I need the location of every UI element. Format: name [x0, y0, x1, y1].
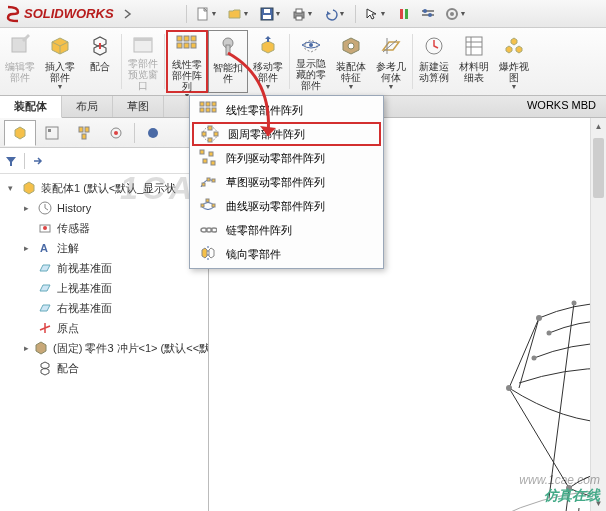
- tab-sketch[interactable]: 草图: [113, 96, 164, 117]
- feature-tree-tab[interactable]: [4, 120, 36, 146]
- expand-icon[interactable]: ▸: [24, 203, 33, 213]
- svg-point-14: [450, 12, 454, 16]
- svg-rect-73: [200, 150, 204, 154]
- watermark-url: www.1cae.com: [519, 473, 600, 487]
- mate-button[interactable]: 配合: [80, 30, 120, 93]
- svg-rect-7: [400, 9, 403, 19]
- tree-item-history[interactable]: ▸History: [2, 198, 206, 218]
- mirror-icon: [198, 244, 218, 264]
- label: 编辑零 部件: [5, 61, 35, 83]
- svg-rect-62: [200, 102, 204, 106]
- svg-rect-3: [264, 9, 270, 13]
- svg-rect-33: [46, 127, 58, 139]
- arrow-icon[interactable]: [31, 154, 45, 168]
- scroll-up-arrow[interactable]: ▲: [591, 118, 606, 134]
- dd-mirror[interactable]: 镜向零部件: [192, 242, 381, 266]
- svg-point-48: [506, 385, 512, 391]
- open-button[interactable]: ▼: [225, 4, 253, 24]
- undo-button[interactable]: ▼: [321, 4, 349, 24]
- label: 线性零部件阵列: [226, 103, 303, 118]
- label: 装配体1 (默认<默认_显示状: [41, 181, 176, 196]
- svg-rect-69: [208, 126, 212, 130]
- rebuild-button[interactable]: [394, 4, 414, 24]
- move-part-button[interactable]: 移动零 部件▼: [248, 30, 288, 93]
- property-tab[interactable]: [36, 120, 68, 146]
- svg-rect-82: [212, 204, 215, 207]
- watermark-brand: 仿真在线: [544, 487, 600, 505]
- dd-curve-pattern[interactable]: 曲线驱动零部件阵列: [192, 194, 381, 218]
- tree-item-sensor[interactable]: 传感器: [2, 218, 206, 238]
- options-button[interactable]: [418, 4, 438, 24]
- plane-icon: [37, 300, 53, 316]
- svg-rect-25: [226, 45, 230, 55]
- config-tab[interactable]: [68, 120, 100, 146]
- expand-icon[interactable]: ▸: [24, 243, 33, 253]
- dd-sketch-pattern[interactable]: 草图驱动零部件阵列: [192, 170, 381, 194]
- tree-item-top-plane[interactable]: 上视基准面: [2, 278, 206, 298]
- edit-part-button[interactable]: 编辑零 部件: [0, 30, 40, 93]
- settings-button[interactable]: ▼: [442, 4, 470, 24]
- preview-window-button[interactable]: 零部件 预览窗 口: [123, 30, 163, 93]
- filter-icon[interactable]: [4, 154, 18, 168]
- tree-item-right-plane[interactable]: 右视基准面: [2, 298, 206, 318]
- save-button[interactable]: ▼: [257, 4, 285, 24]
- tab-mbd[interactable]: WORKS MBD: [517, 96, 606, 117]
- label: 参考几 何体: [376, 61, 406, 83]
- separator: [121, 34, 122, 89]
- dd-chain-pattern[interactable]: 链零部件阵列: [192, 218, 381, 242]
- tree-item-part[interactable]: ▸(固定) 零件3 冲片<1> (默认<<默: [2, 338, 206, 358]
- tree-item-annotations[interactable]: ▸A注解: [2, 238, 206, 258]
- separator: [355, 5, 356, 23]
- label: 装配体 特征: [336, 61, 366, 83]
- linear-pattern-button[interactable]: 线性零 部件阵 列▼: [166, 30, 208, 93]
- svg-rect-29: [466, 37, 482, 55]
- ref-geometry-button[interactable]: 参考几 何体▼: [371, 30, 411, 93]
- tree-item-origin[interactable]: 原点: [2, 318, 206, 338]
- chevron-right-icon[interactable]: [122, 8, 134, 20]
- tab-assembly[interactable]: 装配体: [0, 96, 62, 118]
- scroll-thumb[interactable]: [593, 138, 604, 198]
- print-button[interactable]: ▼: [289, 4, 317, 24]
- smart-fastener-button[interactable]: 智能扣 件: [208, 30, 248, 93]
- svg-rect-77: [202, 183, 205, 186]
- label: 新建运 动算例: [419, 61, 449, 83]
- dd-table-pattern[interactable]: 阵列驱动零部件阵列: [192, 146, 381, 170]
- tree-item-mates[interactable]: 配合: [2, 358, 206, 378]
- svg-rect-81: [206, 199, 209, 202]
- circular-pattern-icon: [200, 124, 220, 144]
- plane-icon: [37, 280, 53, 296]
- svg-rect-22: [184, 43, 189, 48]
- tree-root[interactable]: ▾ 装配体1 (默认<默认_显示状: [2, 178, 206, 198]
- tree-item-front-plane[interactable]: 前视基准面: [2, 258, 206, 278]
- exploded-view-button[interactable]: 爆炸视 图▼: [494, 30, 534, 93]
- label: 移动零 部件: [253, 61, 283, 83]
- svg-rect-21: [177, 43, 182, 48]
- label: 插入零 部件: [45, 61, 75, 83]
- svg-point-45: [536, 315, 542, 321]
- new-button[interactable]: ▼: [193, 4, 221, 24]
- svg-rect-2: [263, 15, 271, 19]
- svg-point-11: [423, 9, 427, 13]
- svg-rect-5: [296, 9, 302, 13]
- origin-icon: [37, 320, 53, 336]
- plane-icon: [37, 260, 53, 276]
- tab-layout[interactable]: 布局: [62, 96, 113, 117]
- show-hidden-button[interactable]: 显示隐 藏的零 部件: [291, 30, 331, 93]
- svg-rect-71: [208, 138, 212, 142]
- display-tab[interactable]: [137, 120, 169, 146]
- svg-rect-8: [405, 9, 408, 19]
- vertical-scrollbar[interactable]: ▲ ▼: [590, 118, 606, 511]
- collapse-icon[interactable]: ▾: [8, 183, 17, 193]
- select-button[interactable]: ▼: [362, 4, 390, 24]
- new-motion-button[interactable]: 新建运 动算例: [414, 30, 454, 93]
- sensor-icon: [37, 220, 53, 236]
- expand-icon[interactable]: ▸: [24, 343, 29, 353]
- dd-linear-pattern[interactable]: 线性零部件阵列: [192, 98, 381, 122]
- dim-tab[interactable]: [100, 120, 132, 146]
- bom-button[interactable]: 材料明 细表: [454, 30, 494, 93]
- svg-rect-75: [203, 159, 207, 163]
- insert-part-button[interactable]: 插入零 部件▼: [40, 30, 80, 93]
- assembly-feature-button[interactable]: 装配体 特征▼: [331, 30, 371, 93]
- svg-rect-66: [206, 108, 210, 112]
- dd-circular-pattern[interactable]: 圆周零部件阵列: [192, 122, 381, 146]
